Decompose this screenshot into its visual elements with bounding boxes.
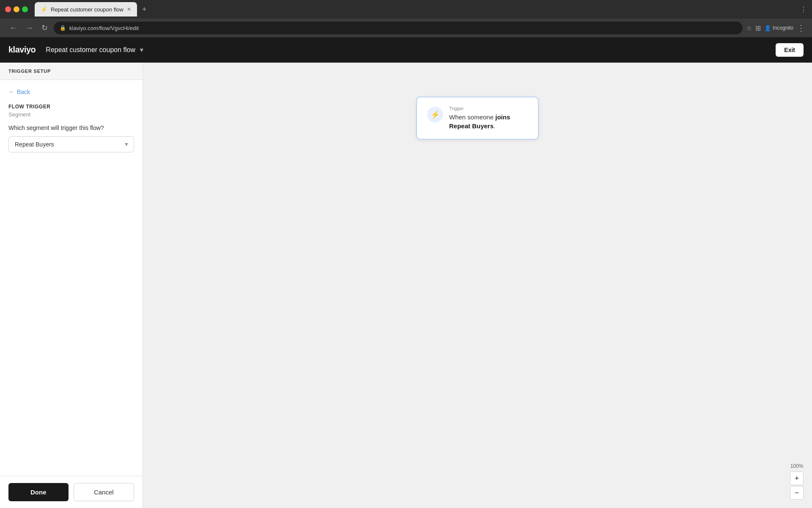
- close-button[interactable]: [5, 6, 11, 12]
- tab-favicon: ⚡: [41, 6, 47, 13]
- flow-title-area: Repeat customer coupon flow ▼: [46, 46, 145, 54]
- new-tab-button[interactable]: +: [139, 3, 150, 16]
- segment-select[interactable]: Repeat Buyers: [8, 136, 134, 152]
- sidebar-content: ← Back FLOW TRIGGER Segment Which segmen…: [0, 80, 143, 477]
- flow-trigger-question: Which segment will trigger this flow?: [8, 124, 134, 131]
- trigger-card[interactable]: ⚡ Trigger When someone joins Repeat Buye…: [416, 97, 539, 140]
- maximize-button[interactable]: [22, 6, 28, 12]
- back-nav-button[interactable]: ←: [7, 23, 19, 33]
- traffic-lights: [5, 6, 28, 12]
- bookmark-icon[interactable]: ☆: [746, 24, 752, 32]
- refresh-button[interactable]: ↻: [39, 22, 50, 33]
- user-icon[interactable]: 👤 Incognito: [764, 25, 793, 31]
- trigger-text: When someone joins Repeat Buyers.: [449, 113, 528, 130]
- trigger-label: Trigger: [449, 106, 528, 111]
- flow-canvas: ⚡ Trigger When someone joins Repeat Buye…: [143, 63, 812, 508]
- forward-nav-button[interactable]: →: [23, 23, 36, 33]
- zoom-in-button[interactable]: +: [790, 472, 804, 485]
- trigger-text-prefix: When someone: [449, 113, 495, 121]
- zoom-level: 100%: [790, 463, 804, 469]
- address-bar[interactable]: 🔒 klaviyo.com/flow/VgvcHi/edit: [54, 22, 743, 34]
- trigger-icon-wrapper: ⚡: [427, 107, 443, 123]
- main-layout: TRIGGER SETUP ← Back FLOW TRIGGER Segmen…: [0, 63, 812, 508]
- back-link[interactable]: ← Back: [8, 88, 134, 95]
- cancel-button[interactable]: Cancel: [74, 483, 134, 501]
- sidebar: TRIGGER SETUP ← Back FLOW TRIGGER Segmen…: [0, 63, 143, 508]
- back-label: Back: [17, 88, 30, 95]
- tab-close-button[interactable]: ✕: [127, 6, 131, 12]
- minimize-button[interactable]: [14, 6, 19, 12]
- zoom-controls: 100% + −: [790, 463, 804, 500]
- trigger-text-suffix: .: [494, 122, 495, 130]
- active-tab[interactable]: ⚡ Repeat customer coupon flow ✕: [35, 2, 137, 17]
- flow-title-dropdown-icon[interactable]: ▼: [139, 47, 145, 53]
- window-options-icon[interactable]: ⋮: [800, 6, 807, 14]
- back-arrow-icon: ←: [8, 88, 14, 95]
- flow-trigger-label: FLOW TRIGGER: [8, 104, 134, 110]
- segment-select-wrapper: Repeat Buyers ▼: [8, 136, 134, 152]
- more-options-icon[interactable]: ⋮: [797, 23, 805, 33]
- done-button[interactable]: Done: [8, 483, 69, 501]
- flow-trigger-sublabel: Segment: [8, 111, 134, 118]
- tab-title: Repeat customer coupon flow: [51, 6, 123, 13]
- url-text: klaviyo.com/flow/VgvcHi/edit: [69, 25, 139, 31]
- trigger-lightning-icon: ⚡: [431, 110, 440, 119]
- lock-icon: 🔒: [60, 25, 66, 31]
- flow-title: Repeat customer coupon flow: [46, 46, 135, 54]
- canvas-content: ⚡ Trigger When someone joins Repeat Buye…: [143, 63, 812, 508]
- tab-bar: ⚡ Repeat customer coupon flow ✕ +: [35, 2, 797, 17]
- trigger-setup-header: TRIGGER SETUP: [0, 63, 143, 80]
- browser-nav: ← → ↻ 🔒 klaviyo.com/flow/VgvcHi/edit ☆ ⊞…: [0, 19, 812, 37]
- extensions-icon[interactable]: ⊞: [755, 24, 761, 32]
- app-header: klaviyo Repeat customer coupon flow ▼ Ex…: [0, 37, 812, 63]
- exit-button[interactable]: Exit: [776, 43, 804, 57]
- zoom-out-button[interactable]: −: [790, 486, 804, 500]
- sidebar-bottom-actions: Done Cancel: [0, 476, 143, 508]
- klaviyo-logo: klaviyo: [8, 45, 36, 55]
- nav-extras: ☆ ⊞ 👤 Incognito ⋮: [746, 23, 805, 33]
- trigger-card-content: Trigger When someone joins Repeat Buyers…: [449, 106, 528, 130]
